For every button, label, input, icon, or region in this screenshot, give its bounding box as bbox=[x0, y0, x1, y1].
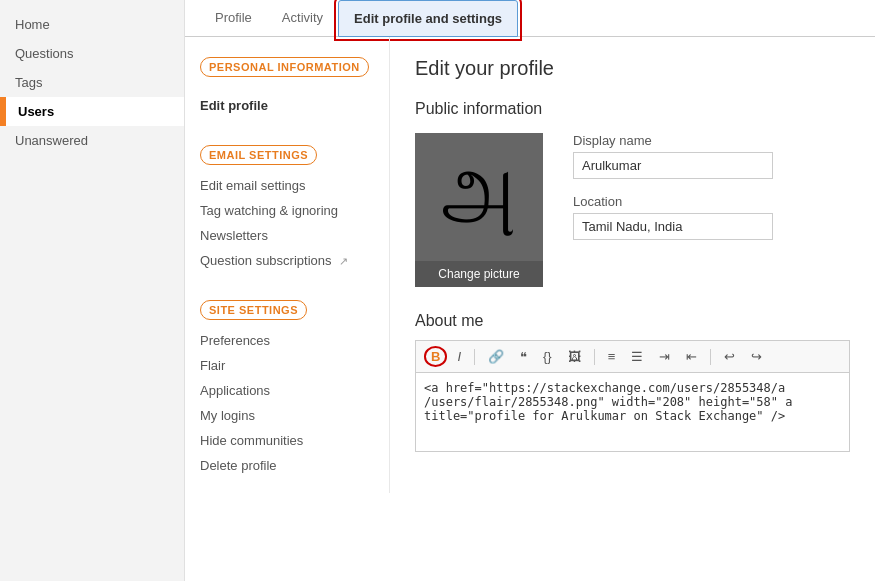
location-label: Location bbox=[573, 194, 850, 209]
left-menu-applications[interactable]: Applications bbox=[200, 378, 374, 403]
sidebar-item-users[interactable]: Users bbox=[0, 97, 184, 126]
tab-profile[interactable]: Profile bbox=[200, 0, 267, 37]
left-menu-preferences[interactable]: Preferences bbox=[200, 328, 374, 353]
sidebar-item-unanswered[interactable]: Unanswered bbox=[0, 126, 184, 155]
site-settings-header: SITE SETTINGS bbox=[200, 300, 307, 320]
tab-activity[interactable]: Activity bbox=[267, 0, 338, 37]
left-menu-edit-profile[interactable]: Edit profile bbox=[200, 93, 374, 118]
redo-button[interactable]: ↪ bbox=[745, 346, 768, 367]
image-button[interactable]: 🖼 bbox=[562, 346, 587, 367]
personal-info-header: PERSONAL INFORMATION bbox=[200, 57, 369, 77]
left-menu-tag-watching[interactable]: Tag watching & ignoring bbox=[200, 198, 374, 223]
profile-area: அ Change picture Display name Location bbox=[415, 133, 850, 287]
sidebar-item-questions[interactable]: Questions bbox=[0, 39, 184, 68]
sidebar: HomeQuestionsTagsUsersUnanswered bbox=[0, 0, 185, 581]
editor-toolbar: B I 🔗 ❝ {} 🖼 ≡ ☰ ⇥ ⇤ ↩ ↪ bbox=[415, 340, 850, 372]
sidebar-item-tags[interactable]: Tags bbox=[0, 68, 184, 97]
left-panel: PERSONAL INFORMATION Edit profile EMAIL … bbox=[185, 37, 390, 493]
app-layout: HomeQuestionsTagsUsersUnanswered Profile… bbox=[0, 0, 875, 581]
left-menu-question-subscriptions[interactable]: Question subscriptions ↗ bbox=[200, 248, 374, 273]
undo-button[interactable]: ↩ bbox=[718, 346, 741, 367]
left-menu-newsletters[interactable]: Newsletters bbox=[200, 223, 374, 248]
indent-button[interactable]: ⇥ bbox=[653, 346, 676, 367]
display-name-input[interactable] bbox=[573, 152, 773, 179]
toolbar-divider-2 bbox=[594, 349, 595, 365]
bold-button[interactable]: B bbox=[424, 346, 447, 367]
sidebar-item-home[interactable]: Home bbox=[0, 10, 184, 39]
form-section: Display name Location bbox=[573, 133, 850, 287]
avatar-section: அ Change picture bbox=[415, 133, 543, 287]
link-button[interactable]: 🔗 bbox=[482, 346, 510, 367]
location-group: Location bbox=[573, 194, 850, 240]
left-menu-delete-profile[interactable]: Delete profile bbox=[200, 453, 374, 478]
display-name-label: Display name bbox=[573, 133, 850, 148]
avatar: அ bbox=[415, 133, 543, 261]
tab-edit-profile[interactable]: Edit profile and settings bbox=[338, 0, 518, 37]
main-content: Profile Activity Edit profile and settin… bbox=[185, 0, 875, 581]
public-info-title: Public information bbox=[415, 100, 850, 118]
italic-button[interactable]: I bbox=[451, 346, 467, 367]
left-menu-flair[interactable]: Flair bbox=[200, 353, 374, 378]
left-menu-hide-communities[interactable]: Hide communities bbox=[200, 428, 374, 453]
display-name-group: Display name bbox=[573, 133, 850, 179]
location-input[interactable] bbox=[573, 213, 773, 240]
left-menu-my-logins[interactable]: My logins bbox=[200, 403, 374, 428]
toolbar-divider-3 bbox=[710, 349, 711, 365]
about-me-title: About me bbox=[415, 312, 850, 330]
outdent-button[interactable]: ⇤ bbox=[680, 346, 703, 367]
page-title: Edit your profile bbox=[415, 57, 850, 80]
about-me-section: About me B I 🔗 ❝ {} 🖼 ≡ ☰ ⇥ ⇤ bbox=[415, 312, 850, 452]
external-link-icon: ↗ bbox=[339, 255, 348, 268]
toolbar-divider-1 bbox=[474, 349, 475, 365]
editor-area[interactable]: <a href="https://stackexchange.com/users… bbox=[415, 372, 850, 452]
change-picture-button[interactable]: Change picture bbox=[415, 261, 543, 287]
left-menu-edit-email[interactable]: Edit email settings bbox=[200, 173, 374, 198]
ordered-list-button[interactable]: ≡ bbox=[602, 346, 622, 367]
right-panel: Edit your profile Public information அ C… bbox=[390, 37, 875, 493]
unordered-list-button[interactable]: ☰ bbox=[625, 346, 649, 367]
code-button[interactable]: {} bbox=[537, 346, 558, 367]
content-wrapper: PERSONAL INFORMATION Edit profile EMAIL … bbox=[185, 37, 875, 493]
email-settings-header: EMAIL SETTINGS bbox=[200, 145, 317, 165]
tab-bar: Profile Activity Edit profile and settin… bbox=[185, 0, 875, 37]
blockquote-button[interactable]: ❝ bbox=[514, 346, 533, 367]
